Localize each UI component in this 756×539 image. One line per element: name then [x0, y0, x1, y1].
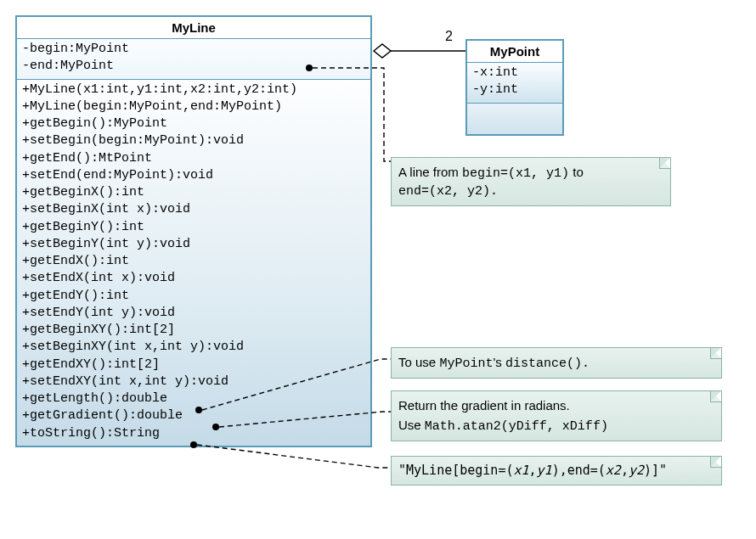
method-row: +setBegin(begin:MyPoint):void: [22, 132, 365, 149]
class-mypoint-title: MyPoint: [467, 41, 562, 63]
method-row: +getBeginXY():int[2]: [22, 322, 365, 339]
class-mypoint-methods: [467, 104, 562, 134]
class-myline: MyLine -begin:MyPoint -end:MyPoint +MyLi…: [15, 15, 372, 447]
note-code: MyPoint: [439, 357, 493, 371]
method-row: +setBeginXY(int x,int y):void: [22, 339, 365, 356]
note-text: To use: [398, 355, 439, 369]
note-getgradient: Return the gradient in radians. Use Math…: [391, 390, 722, 441]
class-myline-methods: +MyLine(x1:int,y1:int,x2:int,y2:int)+MyL…: [17, 80, 370, 446]
method-row: +getEndY():int: [22, 288, 365, 305]
method-row: +getLength():double: [22, 390, 365, 407]
attr-row: -y:int: [472, 81, 557, 98]
method-row: +setBeginX(int x):void: [22, 201, 365, 218]
attr-row: -end:MyPoint: [22, 58, 365, 75]
note-getlength: To use MyPoint's distance().: [391, 347, 722, 379]
note-text: to: [569, 165, 584, 179]
method-row: +toString():String: [22, 425, 365, 442]
method-row: +getBegin():MyPoint: [22, 115, 365, 132]
note-code: Math.atan2(yDiff, xDiff): [425, 419, 608, 434]
method-row: +getBeginX():int: [22, 184, 365, 201]
method-row: +setEndXY(int x,int y):void: [22, 373, 365, 390]
note-code: end=(x2, y2).: [398, 184, 498, 199]
method-row: +getEnd():MtPoint: [22, 150, 365, 167]
method-row: +MyLine(begin:MyPoint,end:MyPoint): [22, 98, 365, 115]
aggregation-connector: [374, 44, 465, 58]
method-row: +getBeginY():int: [22, 219, 365, 236]
method-row: +setEndY(int y):void: [22, 305, 365, 322]
multiplicity-label: 2: [445, 29, 453, 44]
note-code: begin=(x1, y1): [462, 166, 569, 181]
class-myline-title: MyLine: [17, 17, 370, 39]
method-row: +setEnd(end:MyPoint):void: [22, 167, 365, 184]
note-tostring: "MyLine[begin=(x1,y1),end=(x2,y2)]": [391, 456, 722, 486]
note-constructor: A line from begin=(x1, y1) to end=(x2, y…: [391, 157, 671, 206]
note-code: "MyLine[begin=(x1,y1),end=(x2,y2)]": [398, 463, 667, 478]
note-text: 's: [493, 355, 505, 369]
note-text: Return the gradient in radians.: [398, 398, 570, 413]
attr-row: -x:int: [472, 65, 557, 81]
method-row: +getEndXY():int[2]: [22, 357, 365, 373]
note-text: Use: [398, 418, 425, 432]
note-code: distance().: [505, 357, 590, 371]
method-row: +MyLine(x1:int,y1:int,x2:int,y2:int): [22, 81, 365, 98]
diamond-icon: [374, 44, 391, 58]
method-row: +setEndX(int x):void: [22, 270, 365, 287]
method-row: +setBeginY(int y):void: [22, 236, 365, 253]
method-row: +getEndX():int: [22, 253, 365, 270]
attr-row: -begin:MyPoint: [22, 41, 365, 58]
class-mypoint: MyPoint -x:int -y:int: [465, 39, 564, 136]
class-myline-attributes: -begin:MyPoint -end:MyPoint: [17, 39, 370, 80]
class-mypoint-attributes: -x:int -y:int: [467, 63, 562, 104]
method-row: +getGradient():double: [22, 407, 365, 424]
note-text: A line from: [398, 165, 462, 179]
